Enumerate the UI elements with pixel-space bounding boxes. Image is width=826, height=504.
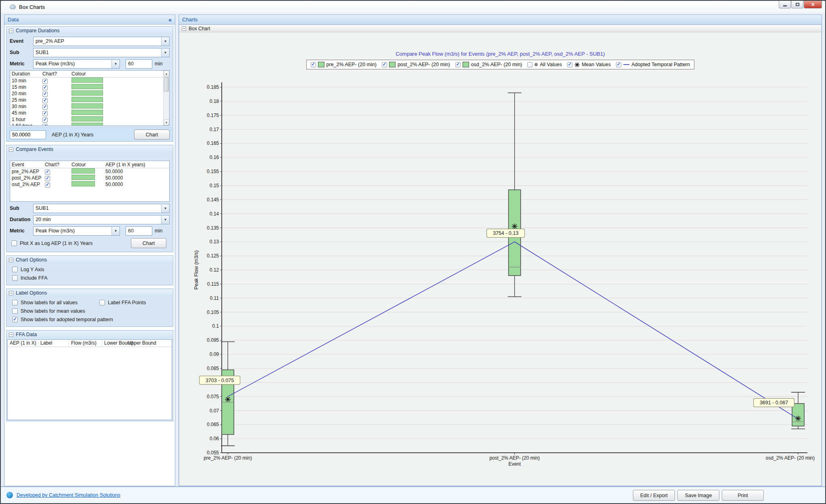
print-button[interactable]: Print — [722, 490, 764, 501]
collapse-section-icon[interactable] — [182, 26, 186, 31]
event-colour-swatch[interactable] — [71, 168, 95, 174]
atp-annotation: 3703 - 0.075 — [200, 376, 240, 385]
aep-years-input[interactable] — [10, 130, 46, 139]
event-row[interactable]: osd_2% AEP50.0000 — [10, 181, 169, 188]
event-chart-checkbox[interactable] — [45, 176, 50, 181]
duration-colour-swatch[interactable] — [71, 116, 103, 121]
main-content: Data « Compare Durations Event pre_2% AE… — [1, 13, 825, 486]
metric-unit-label: min — [155, 61, 162, 67]
duration-colour-swatch[interactable] — [71, 77, 103, 83]
duration-chart-checkbox[interactable] — [42, 92, 48, 97]
duration-row[interactable]: 15 min — [10, 84, 169, 90]
legend-swatch-icon — [389, 62, 395, 67]
legend-checkbox[interactable] — [455, 62, 460, 67]
chevron-down-icon[interactable] — [111, 60, 120, 68]
compare-durations-header: Compare Durations — [6, 27, 173, 35]
developer-link[interactable]: Developed by Catchment Simulation Soluti… — [17, 492, 120, 498]
sub-select[interactable]: SUB1 — [33, 48, 170, 57]
scroll-up-icon[interactable]: ▲ — [164, 71, 169, 77]
metric-select[interactable]: Peak Flow (m3/s) — [33, 59, 120, 69]
close-button[interactable]: × — [804, 1, 822, 8]
labels-all-values-checkbox[interactable] — [12, 300, 18, 305]
duration-colour-swatch[interactable] — [71, 123, 103, 126]
scroll-down-icon[interactable]: ▼ — [164, 119, 169, 125]
chevron-down-icon[interactable] — [161, 37, 169, 46]
event-row[interactable]: post_2% AEP50.0000 — [10, 175, 169, 181]
duration-row[interactable]: 45 min — [10, 110, 169, 116]
legend-checkbox[interactable] — [567, 62, 572, 67]
svg-text:0.07: 0.07 — [210, 408, 219, 414]
events-metric-select[interactable]: Peak Flow (m3/s) — [33, 226, 120, 236]
events-sub-select[interactable]: SUB1 — [33, 204, 170, 213]
events-column-header: AEP (1 in X years) — [104, 162, 169, 167]
duration-table-scrollbar[interactable]: ▲ ▼ — [163, 71, 169, 125]
metric-label: Metric — [10, 228, 33, 234]
duration-chart-checkbox[interactable] — [42, 98, 48, 103]
durations-chart-button[interactable]: Chart — [134, 130, 170, 140]
event-colour-swatch[interactable] — [71, 175, 95, 180]
minimize-button[interactable] — [779, 1, 791, 8]
events-chart-button[interactable]: Chart — [131, 238, 166, 248]
chevron-down-icon[interactable] — [161, 215, 169, 224]
duration-chart-checkbox[interactable] — [42, 117, 48, 123]
duration-colour-swatch[interactable] — [71, 110, 103, 115]
duration-colour-swatch[interactable] — [71, 97, 103, 102]
duration-chart-checkbox[interactable] — [42, 124, 48, 126]
duration-chart-checkbox[interactable] — [42, 111, 48, 116]
event-row[interactable]: pre_2% AEP50.0000 — [10, 168, 169, 175]
event-select[interactable]: pre_2% AEP — [33, 37, 170, 46]
duration-row[interactable]: 25 min — [10, 97, 169, 103]
legend-item: Mean Values — [567, 62, 611, 67]
labels-mean-values-checkbox[interactable] — [12, 308, 18, 314]
legend-checkbox[interactable] — [382, 62, 387, 67]
panel-splitter[interactable] — [175, 15, 179, 486]
atp-annotation: 3691 - 0.067 — [754, 398, 794, 407]
include-ffa-checkbox[interactable] — [12, 275, 18, 281]
scrollbar-thumb[interactable] — [164, 77, 169, 92]
legend-checkbox[interactable] — [528, 62, 533, 67]
duration-colour-swatch[interactable] — [71, 84, 103, 89]
duration-row[interactable]: 10 min — [10, 77, 169, 84]
duration-row[interactable]: 1 hour — [10, 116, 169, 123]
maximize-button[interactable] — [791, 1, 803, 8]
save-image-button[interactable]: Save Image — [677, 490, 719, 501]
legend-checkbox[interactable] — [311, 62, 316, 67]
chevron-down-icon[interactable] — [161, 48, 169, 57]
plot-x-log-checkbox[interactable] — [11, 240, 17, 246]
event-chart-checkbox[interactable] — [45, 182, 50, 188]
metric-unit-label: min — [155, 228, 162, 234]
collapse-section-icon[interactable] — [9, 29, 13, 33]
duration-colour-swatch[interactable] — [71, 90, 103, 96]
chevron-down-icon[interactable] — [161, 204, 169, 213]
edit-export-button[interactable]: Edit / Export — [633, 490, 675, 501]
log-y-axis-checkbox[interactable] — [12, 267, 18, 272]
event-colour-swatch[interactable] — [71, 181, 95, 186]
events-metric-minutes-input[interactable] — [126, 226, 152, 236]
legend-item: post_2% AEP- (20 min) — [382, 62, 450, 67]
duration-chart-checkbox[interactable] — [42, 85, 48, 90]
labels-adopted-pattern-checkbox[interactable] — [12, 317, 18, 322]
events-duration-select[interactable]: 20 min — [33, 215, 170, 224]
duration-colour-swatch[interactable] — [71, 103, 103, 109]
collapse-section-icon[interactable] — [9, 333, 13, 337]
collapse-panel-button[interactable]: « — [168, 17, 172, 23]
label-ffa-points-checkbox[interactable] — [99, 300, 105, 305]
collapse-section-icon[interactable] — [9, 147, 13, 152]
event-chart-checkbox[interactable] — [45, 169, 50, 175]
collapse-section-icon[interactable] — [9, 291, 13, 295]
duration-row[interactable]: 1.50 hour — [10, 123, 169, 126]
minimize-icon — [783, 5, 787, 6]
duration-row[interactable]: 30 min — [10, 103, 169, 110]
events-metric-value: Peak Flow (m3/s) — [34, 228, 111, 234]
ffa-column-header: Flow (m3/s) — [69, 340, 102, 347]
legend-checkbox[interactable] — [616, 62, 621, 67]
duration-row[interactable]: 20 min — [10, 90, 169, 97]
chevron-down-icon[interactable] — [111, 227, 120, 235]
events-table: EventChart?ColourAEP (1 in X years) pre_… — [10, 161, 170, 202]
duration-chart-checkbox[interactable] — [42, 105, 48, 110]
metric-minutes-input[interactable] — [126, 59, 152, 69]
charts-panel-header: Charts — [179, 15, 822, 25]
collapse-section-icon[interactable] — [9, 258, 13, 262]
duration-chart-checkbox[interactable] — [42, 79, 48, 84]
close-icon: × — [811, 2, 814, 7]
